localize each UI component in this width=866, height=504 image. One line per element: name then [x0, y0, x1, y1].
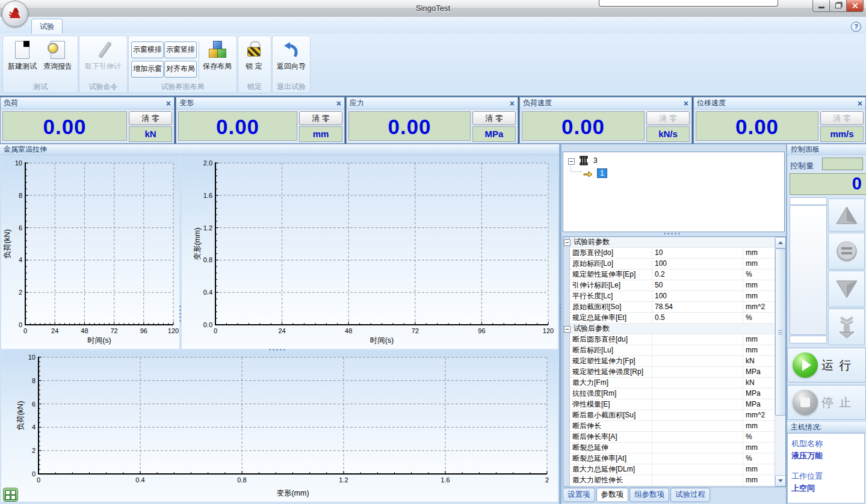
- ribbon-tab-row: 试验: [0, 17, 866, 34]
- param-value[interactable]: [652, 389, 743, 399]
- param-tab[interactable]: 设置项: [563, 488, 595, 502]
- windows-horizontal-button[interactable]: 示窗横排: [131, 41, 164, 58]
- meter-panel-deformation: 变形 0.00 清 零 mm: [176, 97, 345, 144]
- query-report-button[interactable]: 查询报告: [40, 38, 75, 82]
- param-value[interactable]: [652, 410, 743, 420]
- param-value[interactable]: [652, 356, 743, 366]
- fast-down-icon: [836, 315, 858, 339]
- param-value[interactable]: 100: [652, 291, 743, 301]
- back-to-wizard-button[interactable]: 返回向导: [274, 38, 309, 82]
- clear-button[interactable]: 清 零: [472, 111, 516, 125]
- param-value[interactable]: 10: [652, 248, 743, 258]
- tree-table-splitter[interactable]: [563, 232, 784, 236]
- meter-panel-load: 负荷 0.00 清 零 kN: [0, 97, 175, 144]
- param-value[interactable]: [652, 475, 743, 485]
- move-up-button[interactable]: [828, 198, 865, 232]
- scroll-up-button[interactable]: [775, 237, 786, 248]
- slider-thumb-top[interactable]: [790, 197, 827, 205]
- add-window-button[interactable]: 增加示窗: [131, 61, 164, 78]
- fast-down-button[interactable]: [828, 309, 865, 345]
- param-name: 规定塑性延伸强度[Rp]: [570, 367, 652, 377]
- svg-text:4: 4: [19, 256, 22, 263]
- close-icon[interactable]: [858, 99, 862, 108]
- param-value[interactable]: [652, 421, 743, 431]
- param-row: 规定塑性延伸率[Ep]0.2%: [570, 269, 775, 280]
- close-icon[interactable]: [510, 99, 515, 108]
- restore-button[interactable]: [829, 0, 847, 12]
- new-test-button[interactable]: 新建测试: [5, 38, 40, 82]
- param-value[interactable]: [652, 378, 743, 388]
- param-value[interactable]: [652, 453, 743, 464]
- tree-node-selected[interactable]: 1: [597, 168, 607, 178]
- param-value[interactable]: 0.5: [652, 313, 743, 323]
- param-value[interactable]: [652, 334, 743, 345]
- group-exit: 返回向导 退出试验: [272, 35, 311, 93]
- param-value[interactable]: 78.54: [652, 302, 743, 312]
- svg-text:8: 8: [32, 377, 36, 384]
- svg-text:负荷(kN): 负荷(kN): [3, 229, 11, 259]
- down-arrow-icon: [835, 279, 859, 300]
- align-layout-button[interactable]: 对齐布局: [164, 61, 197, 78]
- svg-text:10: 10: [28, 354, 36, 361]
- hold-icon: [835, 239, 859, 263]
- run-button[interactable]: 运 行: [787, 348, 866, 383]
- vertical-splitter[interactable]: [179, 155, 182, 349]
- clear-button[interactable]: 清 零: [299, 111, 342, 125]
- meter-panel-load-speed: 负荷速度 0.00 清 零 kN/s: [519, 97, 692, 144]
- close-icon[interactable]: [684, 99, 688, 108]
- svg-text:2: 2: [545, 476, 549, 484]
- control-quantity-field[interactable]: [822, 158, 863, 170]
- param-value[interactable]: [652, 399, 743, 410]
- param-group-header[interactable]: 试验前参数: [570, 237, 775, 248]
- param-value[interactable]: 100: [652, 259, 743, 269]
- windows-vertical-button[interactable]: 示窗竖排: [164, 41, 197, 58]
- scroll-down-button[interactable]: [775, 475, 786, 487]
- tree-node-label[interactable]: 3: [593, 156, 598, 165]
- param-value[interactable]: [652, 432, 743, 442]
- param-value[interactable]: 0.2: [652, 269, 743, 280]
- slider-thumb-bottom[interactable]: [790, 336, 827, 343]
- collapse-icon[interactable]: [564, 239, 571, 246]
- svg-text:72: 72: [412, 327, 419, 334]
- clear-button[interactable]: 清 零: [129, 111, 172, 125]
- param-tab[interactable]: 参数项: [596, 488, 629, 502]
- param-value[interactable]: [652, 367, 743, 377]
- param-name: 平行长度[Lc]: [570, 291, 652, 301]
- close-button[interactable]: [846, 0, 864, 12]
- tab-test[interactable]: 试验: [31, 19, 63, 34]
- ribbon-toolbar: 新建测试 查询报告 测试 取下引伸计 试验命令 示窗横排 示窗竖排 增加示窗 对…: [0, 34, 866, 95]
- help-icon[interactable]: [851, 22, 861, 32]
- param-name: 圆形直径[do]: [570, 248, 652, 258]
- param-group-header[interactable]: 试验后参数: [570, 324, 775, 334]
- save-layout-button[interactable]: 保存布局: [200, 38, 234, 82]
- move-down-button[interactable]: [828, 271, 865, 307]
- scrollbar-thumb[interactable]: [775, 248, 786, 416]
- param-row: 断后圆形直径[du]mm: [570, 334, 775, 345]
- parameter-tabs: 设置项参数项组参数项试验过程: [563, 488, 710, 503]
- hold-button[interactable]: [828, 233, 865, 269]
- close-icon[interactable]: [166, 99, 171, 108]
- svg-text:48: 48: [345, 327, 352, 334]
- close-icon[interactable]: [336, 99, 341, 108]
- minimize-button[interactable]: [812, 0, 830, 12]
- param-value[interactable]: [652, 443, 743, 453]
- group-layout: 示窗横排 示窗竖排 增加示窗 对齐布局 保存布局 试验界面布局: [128, 35, 237, 93]
- param-value[interactable]: [652, 345, 743, 355]
- param-tab[interactable]: 试验过程: [670, 488, 710, 502]
- speed-slider-track[interactable]: [790, 205, 827, 335]
- param-value[interactable]: [652, 486, 743, 487]
- vertical-scrollbar[interactable]: [775, 237, 785, 487]
- svg-text:1.6: 1.6: [203, 192, 212, 199]
- meter-panel-stress: 应力 0.00 清 零 MPa: [346, 97, 518, 144]
- meter-title: 负荷: [4, 98, 166, 108]
- param-unit: %: [743, 486, 775, 487]
- window-layout-icon[interactable]: [3, 488, 18, 502]
- horizontal-splitter[interactable]: [0, 349, 559, 351]
- param-value[interactable]: 50: [652, 280, 743, 290]
- param-tab[interactable]: 组参数项: [629, 488, 669, 502]
- lock-button[interactable]: 锁 定: [237, 38, 271, 82]
- collapse-icon[interactable]: [564, 326, 571, 333]
- app-menu-button[interactable]: [2, 1, 28, 27]
- param-name: 断后标距[Lu]: [570, 345, 652, 355]
- param-value[interactable]: [652, 464, 743, 475]
